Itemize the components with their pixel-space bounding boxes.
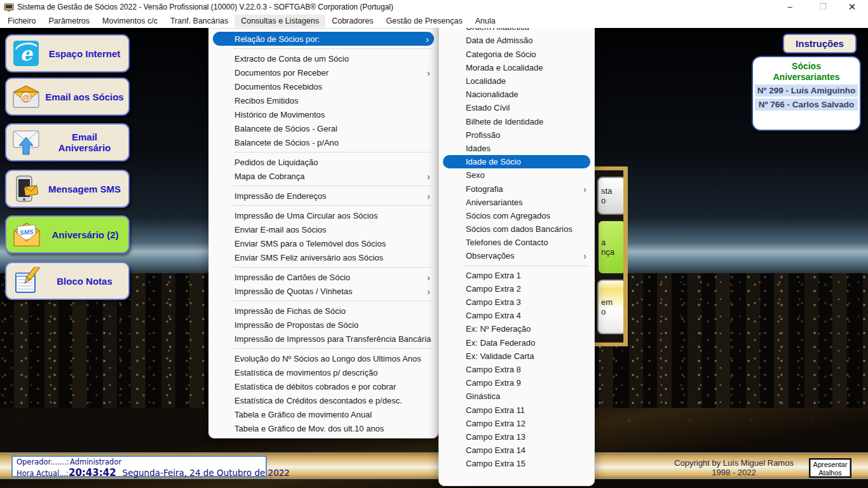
menubar-item[interactable]: Tranf. Bancárias xyxy=(164,14,234,28)
birthdays-panel: Sócios Aniversariantes Nº 299 - Luís Ami… xyxy=(752,56,861,131)
menu-item[interactable]: Idade de Sócio › xyxy=(443,155,590,168)
submenu-arrow-icon: › xyxy=(583,184,587,194)
maximize-button[interactable]: ❐ xyxy=(812,0,834,14)
menu-item[interactable]: Extracto de Conta de um Sócio › xyxy=(209,51,438,65)
mensagem-sms-button[interactable]: Mensagem SMS xyxy=(5,170,130,208)
menu-item[interactable]: Impressão de Propostas de Sócio › xyxy=(209,318,438,332)
menu-item[interactable]: Campo Extra 15 › xyxy=(439,457,594,470)
aniversario-button[interactable]: SMS Aniversário (2) xyxy=(5,215,130,254)
menu-separator xyxy=(233,348,431,349)
menu-item[interactable]: Histórico de Movimentos › xyxy=(209,107,438,121)
menu-item[interactable]: Aniversariantes › xyxy=(439,196,594,209)
submenu-arrow-icon: › xyxy=(426,34,429,44)
menu-item[interactable]: Campo Extra 2 › xyxy=(439,282,594,295)
menu-item[interactable]: Observações › xyxy=(439,249,594,262)
menu-item[interactable]: Profissão › xyxy=(439,128,594,142)
menu-separator xyxy=(465,266,588,266)
menu-item[interactable]: Localidade › xyxy=(439,74,594,88)
menu-item[interactable]: Campo Extra 3 › xyxy=(439,295,594,309)
email-socios-button[interactable]: @ Email aos Sócios xyxy=(5,78,130,116)
menu-item[interactable]: Documentos por Receber › xyxy=(209,65,438,79)
menu-item[interactable]: Evolução do Nº Sócios ao Longo dos Ultim… xyxy=(209,351,438,365)
menu-item[interactable]: Relação de Sócios por: › xyxy=(213,32,434,46)
email-aniversario-button[interactable]: Email Aniversário xyxy=(5,123,130,161)
covered-panel-button[interactable]: stao xyxy=(597,177,627,215)
menu-item[interactable]: Pedidos de Liquidação › xyxy=(209,155,438,169)
covered-panel-button[interactable]: emo xyxy=(597,280,627,334)
menu-item[interactable]: Documentos Recebidos › xyxy=(209,79,438,93)
menu-item[interactable]: Campo Extra 11 › xyxy=(439,403,594,416)
birthday-row[interactable]: Nº 299 - Luís Amiguinho xyxy=(755,85,858,97)
menu-item[interactable]: Recibos Emitidos › xyxy=(209,93,438,107)
birthdays-title: Sócios xyxy=(753,61,860,72)
menubar-item[interactable]: Gestão de Presenças xyxy=(380,14,469,28)
menu-item[interactable]: Campo Extra 8 › xyxy=(439,363,594,376)
menu-item[interactable]: Enviar SMS Feliz aniversário aos Sócios … xyxy=(209,250,438,264)
covered-panel-button[interactable]: ança xyxy=(597,220,627,274)
menubar-item[interactable]: Movimentos c/c xyxy=(96,14,164,28)
menu-item[interactable]: Estatística de movimentos p/ descrição › xyxy=(209,365,438,379)
submenu-arrow-icon: › xyxy=(427,273,430,282)
date-value: Segunda-Feira, 24 de Outubro de 2022 xyxy=(123,468,290,478)
birthday-row[interactable]: Nº 766 - Carlos Salvado xyxy=(755,98,858,111)
menu-item[interactable]: Impressão de Uma Circular aos Sócios › xyxy=(209,208,438,222)
apresentar-atalhos-button[interactable]: Apresentar Atalhos xyxy=(809,458,851,478)
menu-item[interactable]: Campo Extra 4 › xyxy=(439,309,594,322)
menu-item[interactable]: Morada e Localidade › xyxy=(439,61,594,74)
menu-item[interactable]: Data de Admissão › xyxy=(439,34,594,47)
operator-value: Administrador xyxy=(70,458,121,466)
menu-item[interactable]: Tabela e Gráfico de Mov. dos ult.10 anos… xyxy=(209,421,438,435)
menubar-item[interactable]: Consultas e Listagens xyxy=(234,15,325,27)
menu-item[interactable]: Enviar SMS para o Telemóvel dos Sócios › xyxy=(209,236,438,250)
menu-item[interactable]: Ginástica › xyxy=(439,390,594,403)
menu-item[interactable]: Bilhete de Identidade › xyxy=(439,115,594,128)
menu-item[interactable]: Campo Extra 1 › xyxy=(439,269,594,282)
menu-item[interactable]: Fotografia › xyxy=(439,182,594,195)
instrucoes-button[interactable]: Instruções xyxy=(783,34,857,53)
menu-item[interactable]: Impressão de Cartões de Sócio › xyxy=(209,270,438,284)
menu-item[interactable]: Telefones de Contacto › xyxy=(439,236,594,249)
svg-text:SMS: SMS xyxy=(20,228,34,236)
menu-separator xyxy=(233,186,431,186)
menu-item[interactable]: Campo Extra 14 › xyxy=(439,444,594,457)
covered-actions-panel: staoançaemo xyxy=(591,166,628,346)
menu-item[interactable]: Mapa de Cobrança › xyxy=(209,169,438,183)
minimize-button[interactable]: – xyxy=(779,0,801,14)
menu-item[interactable]: Idades › xyxy=(439,142,594,155)
menu-item[interactable]: Ex: Data Federado › xyxy=(439,336,594,349)
menu-item[interactable]: Categoria de Sócio › xyxy=(439,48,594,61)
espaco-internet-button[interactable]: e Espaço Internet xyxy=(5,34,130,72)
time-value: 20:43:42 xyxy=(69,467,116,478)
notepad-icon xyxy=(11,267,41,295)
menu-item[interactable]: Balancete de Sócios - p/Ano › xyxy=(209,135,438,149)
menubar-item[interactable]: Parâmetros xyxy=(42,14,96,28)
menu-item[interactable]: Impressão de Endereços › xyxy=(209,189,438,203)
menu-item[interactable]: Ex: Validade Carta › xyxy=(439,349,594,363)
menu-item[interactable]: Estado Cívil › xyxy=(439,101,594,114)
menu-item[interactable]: Campo Extra 13 › xyxy=(439,430,594,444)
menu-item[interactable]: Estatística de débitos cobrados e por co… xyxy=(209,379,438,393)
menu-item[interactable]: Impressão de Fichas de Sócio › xyxy=(209,304,438,318)
menu-item[interactable]: Estatística de Créditos descontados e p/… xyxy=(209,393,438,407)
menu-item[interactable]: Enviar E-mail aos Sócios › xyxy=(209,222,438,236)
menu-item[interactable]: Sócios com Agregados › xyxy=(439,209,594,222)
bloco-notas-button[interactable]: Bloco Notas xyxy=(5,262,130,300)
email-arrow-icon xyxy=(11,129,41,156)
menu-item[interactable]: Impressão de Impressos para Transferênci… xyxy=(209,332,438,346)
menu-item[interactable]: Sexo › xyxy=(439,168,594,182)
time-label: Hora Actual...: xyxy=(17,469,69,478)
menu-separator xyxy=(233,48,431,49)
menu-item[interactable]: Ex: Nº Federação › xyxy=(439,322,594,336)
consultas-listagens-menu: Relação de Sócios por: › Extracto de Con… xyxy=(208,28,438,438)
menu-item[interactable]: Tabela e Gráfico de movimento Anual › xyxy=(209,407,438,421)
menubar-item[interactable]: Ficheiro xyxy=(1,14,42,28)
menu-item[interactable]: Campo Extra 12 › xyxy=(439,417,594,430)
close-button[interactable]: ✕ xyxy=(841,0,863,14)
menu-item[interactable]: Sócios com dados Bancários › xyxy=(439,222,594,236)
menu-item[interactable]: Campo Extra 9 › xyxy=(439,376,594,390)
menu-item[interactable]: Nacionalidade › xyxy=(439,88,594,101)
menu-item[interactable]: Impressão de Quotas / Vinhetas › xyxy=(209,284,438,298)
menu-item[interactable]: Balancete de Sócios - Geral › xyxy=(209,121,438,135)
menubar-item[interactable]: Anula xyxy=(469,14,502,28)
menubar-item[interactable]: Cobradores xyxy=(325,14,379,28)
